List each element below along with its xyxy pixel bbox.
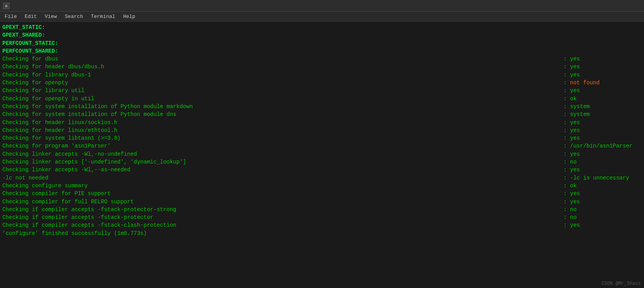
- line-label: Checking if compiler accepts -fstack-pro…: [2, 206, 176, 213]
- line-label: Checking for library util: [2, 87, 84, 94]
- line-label: Checking for openpty: [2, 79, 68, 87]
- line-separator: :: [564, 158, 570, 166]
- line-label: Checking compiler for full RELRO support: [2, 198, 134, 206]
- line-value: system: [570, 103, 590, 110]
- line-right: : yes: [564, 190, 642, 197]
- line-value: yes: [570, 55, 580, 63]
- line-right: : system: [564, 110, 642, 118]
- menu-item-search[interactable]: Search: [62, 13, 86, 20]
- line-value: yes: [570, 126, 580, 134]
- line-label: Checking configure summary: [2, 182, 88, 190]
- line-value: yes: [570, 134, 580, 142]
- menu-item-help[interactable]: Help: [120, 13, 138, 20]
- line-label: Checking if compiler accepts -fstack-cla…: [2, 221, 176, 229]
- line-value: yes: [570, 150, 580, 158]
- line-label: Checking linker accepts -Wl,--as-needed: [2, 166, 131, 174]
- line-separator: :: [564, 110, 570, 118]
- terminal-line: PERFCOUNT_SHARED:: [2, 47, 642, 55]
- line-label: Checking linker accepts ['-undefined', '…: [2, 158, 186, 166]
- line-right: : ok: [564, 182, 642, 190]
- line-right: : yes: [564, 221, 642, 229]
- line-label: Checking if compiler accepts -fstack-pro…: [2, 213, 153, 221]
- line-right: : yes: [564, 166, 642, 174]
- terminal-line: Checking if compiler accepts -fstack-pro…: [2, 213, 642, 221]
- menu-item-terminal[interactable]: Terminal: [88, 13, 118, 20]
- menubar: FileEditViewSearchTerminalHelp: [0, 12, 644, 22]
- terminal-line: Checking for system libtasn1 (>=3.8): ye…: [2, 134, 642, 142]
- terminal-line: -lc not needed: -lc is unnecessary: [2, 174, 642, 182]
- line-right: : -lc is unnecessary: [564, 174, 642, 182]
- line-right: : yes: [564, 119, 642, 126]
- line-right: : yes: [564, 150, 642, 158]
- terminal-line: Checking linker accepts ['-undefined', '…: [2, 158, 642, 166]
- line-separator: :: [564, 79, 570, 87]
- menu-item-view[interactable]: View: [41, 13, 60, 20]
- line-separator: :: [564, 190, 570, 197]
- line-separator: :: [564, 134, 570, 142]
- window-icon[interactable]: ▣: [3, 3, 9, 9]
- watermark: CSDN @Mr_Shass: [601, 281, 641, 286]
- line-value: /usr/bin/asn1Parser: [570, 142, 633, 150]
- line-right: : no: [564, 158, 642, 166]
- line-right: : yes: [564, 87, 642, 94]
- line-label: Checking compiler for PIE support: [2, 190, 111, 197]
- terminal-line: Checking for header linux/ethtool.h: yes: [2, 126, 642, 134]
- line-label: Checking for openpty in util: [2, 95, 94, 103]
- line-value: yes: [570, 63, 580, 71]
- line-label: Checking for system installation of Pyth…: [2, 110, 176, 118]
- line-value: yes: [570, 166, 580, 174]
- line-value: yes: [570, 190, 580, 197]
- terminal-line: Checking for program 'asn1Parser': /usr/…: [2, 142, 642, 150]
- terminal-line: Checking for system installation of Pyth…: [2, 103, 642, 110]
- line-right: : yes: [564, 55, 642, 63]
- line-right: : ok: [564, 95, 642, 103]
- line-right: : yes: [564, 134, 642, 142]
- line-right: : no: [564, 213, 642, 221]
- line-separator: :: [564, 174, 570, 182]
- line-separator: :: [564, 166, 570, 174]
- line-value: yes: [570, 198, 580, 206]
- terminal-line: Checking compiler for PIE support: yes: [2, 190, 642, 197]
- menu-item-edit[interactable]: Edit: [21, 13, 40, 20]
- line-label: GPEXT_STATIC:: [2, 23, 45, 31]
- menu-item-file[interactable]: File: [2, 13, 20, 20]
- terminal-line: Checking for dbus: yes: [2, 55, 642, 63]
- line-value: yes: [570, 87, 580, 94]
- line-right: : yes: [564, 63, 642, 71]
- line-label: Checking for system installation of Pyth…: [2, 103, 193, 110]
- terminal-line: Checking for library dbus-1: yes: [2, 71, 642, 79]
- terminal-line: Checking compiler for full RELRO support…: [2, 198, 642, 206]
- line-label: Checking for dbus: [2, 55, 58, 63]
- line-value: -lc is unnecessary: [570, 174, 629, 182]
- line-right: : no: [564, 206, 642, 213]
- terminal-line: Checking if compiler accepts -fstack-cla…: [2, 221, 642, 229]
- line-value: system: [570, 110, 590, 118]
- terminal-line: Checking for system installation of Pyth…: [2, 110, 642, 118]
- line-separator: :: [564, 182, 570, 190]
- terminal-line: Checking for header dbus/dbus.h: yes: [2, 63, 642, 71]
- line-value: no: [570, 213, 577, 221]
- line-separator: :: [564, 213, 570, 221]
- line-separator: :: [564, 142, 570, 150]
- terminal-line: PERFCOUNT_STATIC:: [2, 39, 642, 47]
- line-value: ok: [570, 182, 577, 190]
- line-value: no: [570, 158, 577, 166]
- line-separator: :: [564, 221, 570, 229]
- line-label: Checking for header dbus/dbus.h: [2, 63, 104, 71]
- line-separator: :: [564, 63, 570, 71]
- line-value: no: [570, 206, 577, 213]
- line-right: : not found: [564, 79, 642, 87]
- terminal-output: GPEXT_STATIC:GPEXT_SHARED:PERFCOUNT_STAT…: [0, 22, 644, 288]
- line-separator: :: [564, 71, 570, 79]
- line-right: : yes: [564, 198, 642, 206]
- line-separator: :: [564, 150, 570, 158]
- terminal-line: Checking for library util: yes: [2, 87, 642, 94]
- terminal-line: Checking for header linux/sockios.h: yes: [2, 119, 642, 126]
- line-separator: :: [564, 103, 570, 110]
- line-label: 'configure' finished successfully (1m6.7…: [2, 229, 147, 237]
- line-label: PERFCOUNT_STATIC:: [2, 39, 58, 47]
- terminal-line: Checking configure summary: ok: [2, 182, 642, 190]
- line-value: yes: [570, 71, 580, 79]
- line-label: Checking for program 'asn1Parser': [2, 142, 111, 150]
- line-label: PERFCOUNT_SHARED:: [2, 47, 58, 55]
